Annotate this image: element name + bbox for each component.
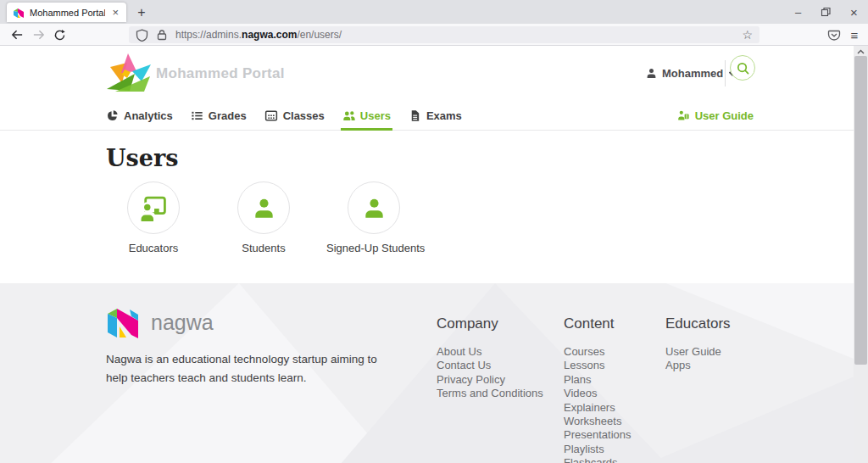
nav-item-grades[interactable]: Grades <box>191 102 247 130</box>
nagwa-logo-icon <box>106 306 140 338</box>
nav-label: Classes <box>283 109 325 122</box>
signed-up-students-circle <box>348 181 400 234</box>
nav-label: Analytics <box>124 109 173 122</box>
forward-button[interactable] <box>28 25 48 44</box>
footer-column-content: Content Courses Lessons Plans Videos Exp… <box>564 315 632 463</box>
footer-link[interactable]: Presentations <box>564 428 632 442</box>
back-button[interactable] <box>7 25 27 44</box>
forward-icon <box>32 29 45 41</box>
footer-brand: nagwa <box>106 306 214 338</box>
column-heading: Content <box>564 315 632 332</box>
account-name: Mohammed <box>662 67 723 80</box>
site-footer: nagwa Nagwa is an educational technology… <box>0 283 854 463</box>
list-icon <box>191 109 203 122</box>
user-type-cards: Educators Students <box>106 181 854 254</box>
url-bar[interactable]: https://admins.nagwa.com/en/users/ ☆ <box>129 26 760 43</box>
card-label: Educators <box>106 242 201 254</box>
bookmark-star-icon[interactable]: ☆ <box>742 29 753 41</box>
student-icon <box>361 195 387 221</box>
card-label: Signed-Up Students <box>326 242 421 254</box>
main-nav: Analytics Grades Classes Users Exams <box>0 102 854 131</box>
url-prefix: https://admins. <box>175 29 242 41</box>
footer-link[interactable]: Terms and Conditions <box>437 387 543 400</box>
search-icon <box>736 61 750 75</box>
footer-link[interactable]: Videos <box>564 387 632 400</box>
close-window-button[interactable]: × <box>840 0 868 24</box>
nav-label: Exams <box>426 109 462 122</box>
users-icon <box>342 110 355 122</box>
footer-link[interactable]: Explainers <box>564 401 632 415</box>
nav-item-exams[interactable]: Exams <box>409 102 462 130</box>
page-title: Users <box>106 131 854 171</box>
users-section: Users Educ <box>0 131 854 283</box>
search-button[interactable] <box>730 55 755 81</box>
column-heading: Company <box>437 315 543 332</box>
footer-column-educators: Educators User Guide Apps <box>665 315 731 373</box>
header-divider <box>725 60 726 86</box>
scrollbar[interactable] <box>854 46 868 463</box>
tab-title: Mohammed Portal <box>30 8 105 18</box>
user-guide-link[interactable]: User Guide <box>677 102 754 130</box>
footer-link[interactable]: Apps <box>665 359 731 372</box>
url-path: /en/users/ <box>297 29 342 41</box>
user-guide-icon <box>677 110 690 121</box>
browser-tab[interactable]: Mohammed Portal × <box>7 3 126 22</box>
site-header: Mohammed Portal Mohammed <box>0 46 854 102</box>
nav-label: Users <box>360 109 391 122</box>
window-controls: – × <box>784 0 868 24</box>
pocket-icon <box>827 29 841 42</box>
footer-column-company: Company About Us Contact Us Privacy Poli… <box>437 315 543 401</box>
site-favicon <box>13 7 25 19</box>
card-students[interactable]: Students <box>216 181 311 254</box>
page-content: Mohammed Portal Mohammed Analytics <box>0 46 868 463</box>
educator-board-icon <box>138 194 169 222</box>
brand-name: nagwa <box>151 310 214 335</box>
column-heading: Educators <box>665 315 731 332</box>
minimize-button[interactable]: – <box>784 0 812 24</box>
pocket-button[interactable] <box>824 25 844 44</box>
restore-button[interactable] <box>812 0 840 24</box>
portal-title: Mohammed Portal <box>156 65 285 82</box>
back-icon <box>11 29 24 41</box>
footer-description: Nagwa is an educational technology start… <box>106 350 401 388</box>
footer-link[interactable]: Worksheets <box>564 415 632 428</box>
footer-link[interactable]: Privacy Policy <box>437 373 543 387</box>
nav-item-analytics[interactable]: Analytics <box>106 102 173 130</box>
educators-circle <box>127 181 180 234</box>
new-tab-button[interactable]: + <box>132 3 151 22</box>
url-text: https://admins.nagwa.com/en/users/ <box>175 29 734 41</box>
tracking-shield-icon <box>136 29 148 42</box>
reload-icon <box>53 29 66 42</box>
footer-link[interactable]: User Guide <box>665 345 731 359</box>
footer-link[interactable]: About Us <box>437 345 543 359</box>
classroom-icon <box>264 109 278 122</box>
lock-icon <box>156 29 168 41</box>
nav-item-users[interactable]: Users <box>342 102 391 130</box>
nav-label: Grades <box>209 109 247 122</box>
person-icon <box>646 68 657 79</box>
document-icon <box>409 109 421 122</box>
students-circle <box>237 181 290 234</box>
footer-link[interactable]: Playlists <box>564 443 632 456</box>
pie-chart-icon <box>106 109 119 122</box>
scrollbar-thumb[interactable] <box>854 56 867 365</box>
footer-link[interactable]: Flashcards <box>564 456 632 463</box>
tab-close-icon[interactable]: × <box>110 7 120 18</box>
footer-link[interactable]: Courses <box>564 345 632 359</box>
reload-button[interactable] <box>49 25 70 44</box>
browser-tab-bar: Mohammed Portal × + – × <box>0 0 868 24</box>
student-icon <box>251 195 277 221</box>
menu-button[interactable]: ≡ <box>844 25 865 44</box>
card-educators[interactable]: Educators <box>106 181 201 254</box>
card-label: Students <box>216 242 311 254</box>
footer-link[interactable]: Contact Us <box>437 359 543 372</box>
card-signed-up-students[interactable]: Signed-Up Students <box>326 181 421 254</box>
url-domain: nagwa.com <box>242 29 297 41</box>
user-guide-label: User Guide <box>695 109 754 122</box>
nav-item-classes[interactable]: Classes <box>264 102 325 130</box>
nagwa-tree-logo-icon[interactable] <box>105 53 153 93</box>
account-menu[interactable]: Mohammed <box>646 67 737 80</box>
browser-window: Mohammed Portal × + – × https://admins.n… <box>0 0 868 463</box>
footer-link[interactable]: Plans <box>564 373 632 387</box>
footer-link[interactable]: Lessons <box>564 359 632 372</box>
